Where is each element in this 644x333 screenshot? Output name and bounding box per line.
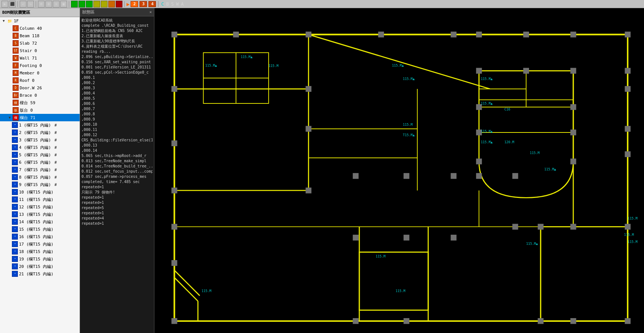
tree-item-luantai[interactable]: ▼ 欄 欄台 71	[0, 114, 80, 121]
svg-rect-45	[172, 260, 177, 266]
status-line-7: 2.096 sec,pBuilding->Serialize...c	[81, 54, 153, 60]
tree-item-bantai[interactable]: 版 版台 0	[0, 106, 80, 114]
status-line-42: repeated=1	[81, 211, 153, 216]
toolbar-btn-3[interactable]: ↩	[20, 1, 26, 7]
tree-label-sub11: 11 (欄T15 內編)	[19, 197, 54, 202]
tree-toggle-slab	[7, 41, 12, 45]
toolbar-red-1[interactable]	[116, 1, 122, 7]
svg-rect-36	[451, 32, 456, 38]
toolbar-yellow-1[interactable]	[93, 1, 100, 7]
tree-label-sub19: 19 (欄T15 內編)	[19, 256, 54, 262]
tree-item-slab[interactable]: S Slab 72	[0, 39, 80, 47]
tree-label-sub16: 16 (欄T15 內編)	[19, 234, 54, 240]
letter-a[interactable]: A	[181, 1, 183, 7]
tree-item-column[interactable]: C Column 40	[0, 25, 80, 32]
status-content[interactable]: 歡迎使用RCAD系統 complete .\RCAD_Building_cons…	[80, 16, 154, 333]
cad-drawing[interactable]: 115.M▲ 115.M▲ 115.M 115.M▲ 115.M▲ T15.M▲…	[154, 16, 644, 333]
svg-rect-51	[306, 86, 312, 92]
tree-item-sub16[interactable]: ＊ 16 (欄T15 內編)	[0, 233, 80, 240]
tree-toggle-luantai[interactable]: ▼	[7, 115, 12, 120]
svg-rect-35	[378, 32, 384, 38]
letter-w[interactable]: W	[176, 1, 179, 7]
tree-item-footing[interactable]: F Footing 0	[0, 62, 80, 69]
tree-item-sub6[interactable]: ＊ 6 (欄T15 內編) ＃	[0, 159, 80, 166]
svg-rect-63	[512, 173, 518, 179]
svg-text:T15.M▲: T15.M▲	[403, 133, 415, 137]
letter-c[interactable]: C	[161, 1, 164, 7]
brace-icon: Br	[13, 92, 19, 98]
status-close-btn[interactable]: ×	[149, 10, 152, 15]
svg-rect-77	[570, 129, 576, 135]
tree-toggle-brace	[7, 93, 12, 97]
svg-rect-53	[306, 188, 312, 193]
toolbar-green-1[interactable]	[71, 1, 78, 7]
tree-item-sub17[interactable]: ＊ 17 (欄T15 內編)	[0, 240, 80, 248]
tree-label-sub3: 3 (欄T15 內編) ＃	[19, 137, 58, 143]
tree-item-sub13[interactable]: ＊ 13 (欄T15 內編)	[0, 211, 80, 218]
tree-item-sub14[interactable]: ＊ 14 (欄T15 內編)	[0, 218, 80, 225]
tree-toggle-doorw	[7, 86, 12, 90]
svg-rect-38	[523, 32, 529, 38]
toolbar-btn-5[interactable]: ⊕	[38, 1, 45, 7]
tree-item-sub15[interactable]: ＊ 15 (欄T15 內編)	[0, 225, 80, 233]
toolbar-btn-6[interactable]: ⊗	[45, 1, 52, 7]
svg-rect-62	[476, 173, 482, 179]
tree-item-sub11[interactable]: ＊ 11 (欄T15 內編)	[0, 196, 80, 203]
tree-item-sub3[interactable]: ＊ 3 (欄T15 內編) ＃	[0, 136, 80, 144]
sub7-icon: ＊	[12, 167, 18, 173]
toolbar-btn-4[interactable]: ↪	[27, 1, 34, 7]
toolbar-btn-2[interactable]: ⬛	[9, 1, 16, 7]
num-tab-3[interactable]: 3	[140, 1, 147, 7]
main-toolbar: ▶ ⬛ ↩ ↪ ⊕ ⊗ ✕ ▣ ▶ 2 3 4 C B S W A	[0, 0, 644, 8]
toolbar-yellow-2[interactable]	[101, 1, 108, 7]
tree-item-sub12[interactable]: ＊ 12 (欄T15 內編)	[0, 203, 80, 211]
svg-rect-60	[451, 173, 456, 179]
status-line-46: repeated=1	[81, 221, 153, 226]
toolbar-sep-4	[124, 1, 125, 7]
svg-rect-57	[404, 173, 410, 179]
toolbar-btn-7[interactable]: ✕	[53, 1, 60, 7]
tree-item-member[interactable]: M Member 0	[0, 69, 80, 77]
tree-item-sub9[interactable]: ＊ 9 (欄T15 內編) ＃	[0, 181, 80, 188]
letter-b[interactable]: B	[166, 1, 169, 7]
tree-item-sub7[interactable]: ＊ 7 (欄T15 內編) ＃	[0, 166, 80, 173]
cad-viewport[interactable]: 115.M▲ 115.M▲ 115.M 115.M▲ 115.M▲ T15.M▲…	[154, 8, 644, 333]
tree-label-sub21: 21 (欄T15 內編)	[19, 271, 54, 277]
tree-toggle-1f[interactable]: ▼	[1, 19, 6, 23]
tree-item-sub4[interactable]: ＊ 4 (欄T15 內編) ＃	[0, 144, 80, 151]
tree-item-sub8[interactable]: ＊ 8 (欄T15 內編) ＃	[0, 173, 80, 181]
tree-item-xiang[interactable]: 樑 樑台 59	[0, 99, 80, 106]
tree-item-sub2[interactable]: ＊ 2 (欄T15 內編) ＃	[0, 129, 80, 136]
sub6-icon: ＊	[12, 159, 18, 165]
tree-content[interactable]: ▼ 📁 1F C Column 40 B Beam 118 S Slab 72	[0, 17, 80, 333]
status-header: 狀態區 ×	[80, 8, 154, 16]
toolbar-orange-1[interactable]	[108, 1, 115, 7]
svg-text:115.M▲: 115.M▲	[403, 77, 415, 81]
num-tab-4[interactable]: 4	[148, 1, 156, 7]
tree-item-sub10[interactable]: ＊ 10 (欄T15 內編)	[0, 188, 80, 196]
toolbar-btn-8[interactable]: ▣	[60, 1, 67, 7]
tree-item-stair[interactable]: ST Stair 0	[0, 47, 80, 54]
status-line-30: 0.057 sec,pFrame->process_mes	[81, 174, 153, 179]
toolbar-green-3[interactable]	[86, 1, 93, 7]
tree-item-sub19[interactable]: ＊ 19 (欄T15 內編)	[0, 255, 80, 263]
sub11-icon: ＊	[12, 196, 18, 202]
tree-item-sub5[interactable]: ＊ 5 (欄T15 內編) ＃	[0, 151, 80, 159]
tree-item-sub18[interactable]: ＊ 18 (欄T15 內編)	[0, 248, 80, 255]
tree-label-sub13: 13 (欄T15 內編)	[19, 212, 54, 217]
toolbar-btn-1[interactable]: ▶	[1, 1, 8, 7]
tree-item-beam[interactable]: B Beam 118	[0, 32, 80, 39]
tree-item-doorw[interactable]: D Door.W 26	[0, 84, 80, 92]
num-tab-2[interactable]: 2	[131, 1, 138, 7]
tree-item-1f[interactable]: ▼ 📁 1F	[0, 17, 80, 25]
tree-item-roof[interactable]: R Roof 0	[0, 77, 80, 84]
toolbar-green-2[interactable]	[79, 1, 85, 7]
status-line-21: ,000.11	[81, 127, 153, 132]
tree-item-sub21[interactable]: ＊ 21 (欄T15 內編)	[0, 270, 80, 278]
tree-item-sub1[interactable]: ＊ 1 (欄T15 內編) ＃	[0, 121, 80, 129]
tree-item-brace[interactable]: Br Brace 0	[0, 92, 80, 99]
letter-s[interactable]: S	[171, 1, 174, 7]
tree-item-wall[interactable]: W Wall 71	[0, 54, 80, 62]
tree-toggle-roof	[7, 78, 12, 83]
tree-item-sub20[interactable]: ＊ 20 (欄T15 內編)	[0, 263, 80, 270]
